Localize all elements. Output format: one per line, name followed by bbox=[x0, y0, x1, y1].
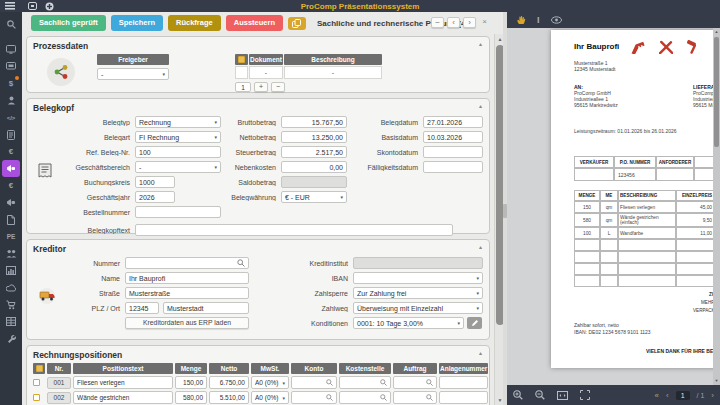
bruttobetrag-field[interactable]: 15.767,50 bbox=[281, 116, 347, 128]
search-icon[interactable] bbox=[426, 379, 433, 386]
screen-alt-icon[interactable] bbox=[2, 58, 20, 75]
collapse-icon[interactable]: ▴ bbox=[479, 243, 482, 250]
pan-tool-icon[interactable] bbox=[516, 15, 526, 25]
search-icon[interactable] bbox=[326, 379, 333, 386]
basisdatum-field[interactable]: 10.03.2026 bbox=[423, 131, 483, 143]
wrench-icon[interactable] bbox=[2, 330, 20, 347]
belegwaehrung-select[interactable]: € - EUR▾ bbox=[281, 191, 347, 203]
next-page-button[interactable]: › bbox=[711, 391, 714, 400]
next-button[interactable]: › bbox=[463, 17, 476, 28]
search-icon[interactable] bbox=[237, 259, 245, 267]
konto-field[interactable] bbox=[291, 391, 337, 404]
query-button[interactable]: Rückfrage bbox=[168, 15, 221, 31]
positionstext-field[interactable]: Wände gestrichen bbox=[73, 391, 173, 404]
row-checkbox[interactable] bbox=[33, 379, 40, 386]
konditionen-select[interactable]: 0001: 10 Tage 3,00%▾ bbox=[353, 317, 464, 329]
zoom-in-button[interactable] bbox=[513, 390, 523, 400]
first-page-button[interactable]: « bbox=[655, 391, 659, 400]
freigeber-select[interactable]: -▾ bbox=[97, 68, 169, 80]
doc-remove-button[interactable]: − bbox=[271, 82, 285, 92]
megaphone-active-icon[interactable] bbox=[2, 160, 20, 177]
kostenstelle-field[interactable] bbox=[339, 376, 391, 389]
belegart-select[interactable]: FI Rechnung▾ bbox=[135, 131, 221, 143]
euro-icon[interactable]: € bbox=[2, 143, 20, 160]
buchungskreis-field[interactable]: 1000 bbox=[135, 176, 175, 188]
scroll-up-icon[interactable]: ▲ bbox=[713, 28, 720, 36]
nebenkosten-field[interactable]: 0,00 bbox=[281, 161, 347, 173]
window-icon[interactable] bbox=[28, 2, 37, 10]
menge-field[interactable]: 580,00 bbox=[175, 391, 207, 404]
document-scrollbar[interactable]: ▲ ▼ bbox=[713, 28, 720, 385]
collapse-icon[interactable]: ▴ bbox=[479, 40, 482, 47]
zahlsperre-select[interactable]: Zur Zahlung frei▾ bbox=[353, 287, 483, 299]
mwst-select[interactable]: A0 (0%)▾ bbox=[251, 376, 289, 389]
prev-page-button[interactable]: ‹ bbox=[666, 391, 669, 400]
close-button[interactable]: × bbox=[478, 17, 491, 28]
search-icon[interactable] bbox=[326, 394, 333, 401]
beschreibung-cell[interactable]: - bbox=[284, 66, 382, 79]
copy-button[interactable] bbox=[288, 17, 306, 30]
cloud-icon[interactable] bbox=[2, 279, 20, 296]
faelligkeitsdatum-field[interactable] bbox=[423, 161, 483, 173]
mwst-select[interactable]: A0 (0%)▾ bbox=[251, 391, 289, 404]
page-number-input[interactable]: 1 bbox=[676, 391, 690, 400]
document-icon[interactable] bbox=[2, 126, 20, 143]
zoom-out-button[interactable] bbox=[535, 390, 545, 400]
file-icon[interactable] bbox=[2, 211, 20, 228]
menu-icon[interactable] bbox=[5, 2, 15, 10]
approve-button[interactable]: Sachlich geprüft bbox=[31, 15, 106, 31]
bestellnummer-field[interactable] bbox=[135, 206, 221, 218]
add-icon[interactable] bbox=[45, 2, 54, 11]
view-icon[interactable] bbox=[551, 16, 562, 24]
doc-page-input[interactable]: 1 bbox=[235, 82, 251, 92]
strasse-field[interactable]: Musterstraße bbox=[125, 287, 249, 299]
search-icon[interactable] bbox=[426, 394, 433, 401]
ort-field[interactable]: Musterstadt bbox=[163, 302, 249, 314]
auftrag-field[interactable] bbox=[393, 391, 437, 404]
euro-alt-icon[interactable]: € bbox=[2, 177, 20, 194]
load-erp-button[interactable]: Kreditordaten aus ERP laden bbox=[125, 317, 249, 329]
user-icon[interactable] bbox=[2, 92, 20, 109]
cart-icon[interactable] bbox=[2, 296, 20, 313]
kostenstelle-field[interactable] bbox=[339, 391, 391, 404]
minimize-button[interactable]: − bbox=[431, 17, 444, 28]
kreditor-nummer-field[interactable] bbox=[125, 257, 249, 269]
code-icon[interactable]: </> bbox=[2, 109, 20, 126]
dollar-icon[interactable]: $ bbox=[2, 75, 20, 92]
document-area[interactable]: Ihr Bauprofi Musterstraße 1 12345 Muster… bbox=[507, 28, 720, 385]
menge-field[interactable]: 150,00 bbox=[175, 376, 207, 389]
dokument-cell[interactable]: - bbox=[249, 66, 283, 79]
divider-handle[interactable] bbox=[503, 204, 507, 218]
row-checkbox[interactable] bbox=[33, 394, 40, 401]
collapse-icon[interactable]: ▴ bbox=[479, 102, 482, 109]
fit-width-button[interactable] bbox=[557, 391, 568, 400]
zahlweg-select[interactable]: Überweisung mit Einzelzahl▾ bbox=[353, 302, 483, 314]
chart-icon[interactable] bbox=[2, 262, 20, 279]
doc-add-button[interactable]: + bbox=[254, 82, 268, 92]
select-all-checkbox[interactable] bbox=[33, 363, 45, 374]
geschaeftsjahr-field[interactable]: 2026 bbox=[135, 191, 175, 203]
belegdatum-field[interactable]: 27.01.2026 bbox=[423, 116, 483, 128]
save-button[interactable]: Speichern bbox=[111, 15, 163, 31]
select-all-checkbox[interactable] bbox=[235, 54, 248, 65]
kreditor-name-field[interactable]: Ihr Bauprofi bbox=[125, 272, 249, 284]
panel-divider[interactable] bbox=[503, 12, 507, 405]
auftrag-field[interactable] bbox=[393, 376, 437, 389]
text-select-icon[interactable]: I bbox=[537, 15, 540, 25]
search-icon[interactable] bbox=[2, 16, 20, 33]
steuerbetrag-field[interactable]: 2.517,50 bbox=[281, 146, 347, 158]
collapse-icon[interactable]: ▴ bbox=[479, 349, 482, 356]
ref-beleg-nr-field[interactable]: 100 bbox=[135, 146, 221, 158]
belegkopftext-field[interactable] bbox=[135, 224, 453, 236]
netto-field[interactable]: 5.510,00 bbox=[209, 391, 249, 404]
edit-konditionen-button[interactable] bbox=[467, 317, 482, 329]
geschaeftsbereich-select[interactable]: -▾ bbox=[135, 161, 221, 173]
positionstext-field[interactable]: Fliesen verlegen bbox=[73, 376, 173, 389]
iban-select[interactable]: ▾ bbox=[353, 272, 483, 284]
search-icon[interactable] bbox=[380, 379, 387, 386]
scrollbar-thumb[interactable] bbox=[714, 37, 719, 147]
prev-button[interactable]: ‹ bbox=[447, 17, 460, 28]
konto-field[interactable] bbox=[291, 376, 337, 389]
netto-field[interactable]: 6.750,00 bbox=[209, 376, 249, 389]
pe-icon[interactable]: PE bbox=[2, 228, 20, 245]
